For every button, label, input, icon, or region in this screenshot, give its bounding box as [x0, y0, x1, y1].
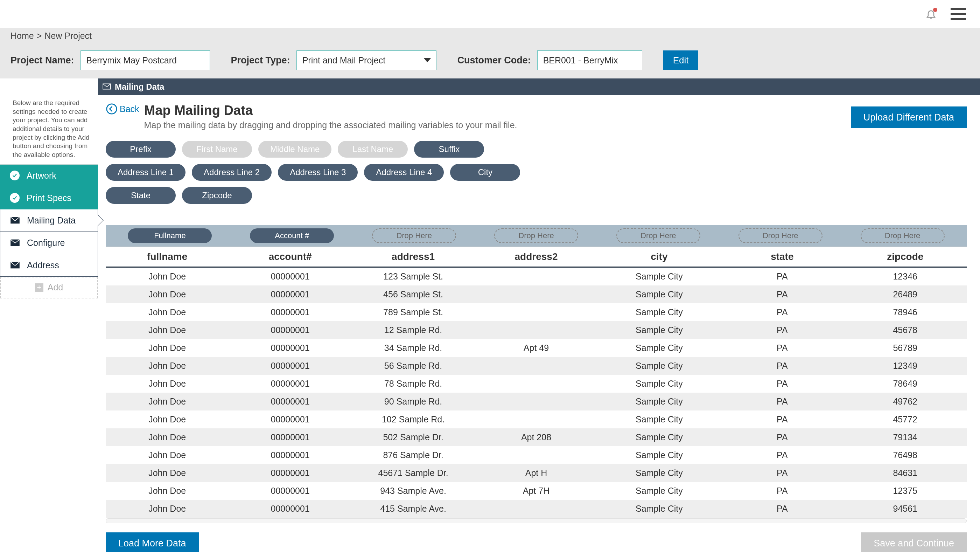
page-subtitle: Map the mailing data by dragging and dro… [144, 120, 517, 130]
project-type-label: Project Type: [231, 55, 290, 66]
drop-target[interactable]: Drop Here [616, 228, 700, 243]
hamburger-menu-icon[interactable] [951, 8, 966, 20]
project-type-select[interactable]: Print and Mail Project [296, 50, 436, 70]
sidebar-item-print-specs[interactable]: Print Specs [0, 187, 98, 209]
table-cell: 56789 [844, 343, 967, 353]
table-cell: John Doe [106, 468, 229, 478]
table-cell: Sample City [598, 271, 721, 282]
table-row: John Doe0000000190 Sample Rd.Sample City… [106, 392, 967, 410]
table-cell: PA [721, 361, 843, 371]
table-cell: 76498 [844, 450, 967, 460]
column-header-fullname: fullname [106, 247, 229, 266]
envelope-icon [102, 81, 111, 93]
column-header-city: city [598, 247, 721, 266]
table-cell: 00000001 [229, 343, 352, 353]
breadcrumb: Home > New Project [0, 28, 980, 43]
table-cell: PA [721, 432, 843, 442]
back-link[interactable]: Back [106, 103, 139, 115]
save-and-continue-button[interactable]: Save and Continue [861, 532, 967, 552]
mapping-slot[interactable]: Drop Here [355, 228, 474, 243]
table-row: John Doe00000001876 Sample Dr.Sample Cit… [106, 446, 967, 464]
envelope-icon [10, 215, 20, 225]
table-cell: 45772 [844, 414, 967, 424]
table-cell: Sample City [598, 361, 721, 371]
mapping-slot[interactable]: Drop Here [599, 228, 718, 243]
upload-different-data-button[interactable]: Upload Different Data [851, 107, 967, 128]
table-cell: 123 Sample St. [352, 271, 475, 282]
mapping-slot[interactable]: Drop Here [477, 228, 596, 243]
section-header-title: Mailing Data [115, 82, 164, 92]
load-more-data-button[interactable]: Load More Data [106, 532, 199, 552]
drop-target[interactable]: Drop Here [738, 228, 822, 243]
table-cell: John Doe [106, 504, 229, 514]
table-cell: John Doe [106, 396, 229, 407]
breadcrumb-home-link[interactable]: Home [11, 31, 34, 41]
topbar [0, 0, 980, 28]
table-cell: PA [721, 325, 843, 335]
data-rows: John Doe00000001123 Sample St.Sample Cit… [106, 268, 967, 518]
table-cell: 34 Sample Rd. [352, 343, 475, 353]
table-cell: 00000001 [229, 325, 352, 335]
table-cell: 102 Sample Rd. [352, 414, 475, 424]
sidebar-item-mailing-data[interactable]: Mailing Data [0, 209, 98, 232]
data-header-row: fullnameaccount#address1address2citystat… [106, 247, 967, 268]
table-cell: PA [721, 414, 843, 424]
sidebar-add-button[interactable]: + Add [0, 277, 98, 298]
table-cell: Sample City [598, 307, 721, 317]
table-cell: 56 Sample Rd. [352, 361, 475, 371]
table-cell: Apt 7H [475, 486, 597, 496]
mapping-slot[interactable]: Fullname [111, 228, 229, 243]
mapping-slot[interactable]: Drop Here [843, 228, 962, 243]
breadcrumb-separator: > [37, 31, 42, 41]
table-cell: 456 Sample St. [352, 289, 475, 300]
drop-target[interactable]: Drop Here [494, 228, 578, 243]
drop-target[interactable]: Drop Here [372, 228, 456, 243]
table-cell: 00000001 [229, 468, 352, 478]
table-cell: 90 Sample Rd. [352, 396, 475, 407]
table-cell: Sample City [598, 289, 721, 300]
variable-pill-state[interactable]: State [106, 187, 176, 204]
variable-pill-middle-name: Middle Name [258, 141, 331, 158]
notification-bell-icon[interactable] [925, 8, 937, 20]
variable-pill-address-line-3[interactable]: Address Line 3 [278, 164, 358, 181]
mapping-header-row: FullnameAccount #Drop HereDrop HereDrop … [106, 225, 967, 247]
mapping-slot[interactable]: Drop Here [721, 228, 840, 243]
project-name-input[interactable] [81, 50, 210, 70]
sidebar-item-address[interactable]: Address [0, 254, 98, 277]
table-cell: 94561 [844, 504, 967, 514]
variable-pill-city[interactable]: City [450, 164, 520, 181]
customer-code-input[interactable] [537, 50, 642, 70]
table-cell: John Doe [106, 379, 229, 389]
table-row: John Doe00000001456 Sample St.Sample Cit… [106, 286, 967, 303]
variable-pill-address-line-4[interactable]: Address Line 4 [364, 164, 444, 181]
table-cell: 00000001 [229, 450, 352, 460]
horizontal-scrollbar[interactable] [106, 518, 967, 523]
mapped-pill-account-[interactable]: Account # [250, 228, 334, 243]
variable-pill-address-line-1[interactable]: Address Line 1 [106, 164, 186, 181]
edit-button[interactable]: Edit [663, 50, 698, 70]
table-cell: Sample City [598, 325, 721, 335]
table-cell: Sample City [598, 504, 721, 514]
drop-target[interactable]: Drop Here [861, 228, 945, 243]
sidebar-add-label: Add [48, 282, 63, 292]
table-cell: Sample City [598, 486, 721, 496]
table-cell: 502 Sample Dr. [352, 432, 475, 442]
table-row: John Doe0000000112 Sample Rd.Sample City… [106, 321, 967, 339]
table-row: John Doe0000000178 Sample Rd.Sample City… [106, 375, 967, 392]
table-cell: John Doe [106, 450, 229, 460]
sidebar-item-label: Artwork [27, 171, 56, 181]
table-cell: John Doe [106, 361, 229, 371]
variable-pill-address-line-2[interactable]: Address Line 2 [192, 164, 272, 181]
variable-pill-zipcode[interactable]: Zipcode [182, 187, 252, 204]
mapping-slot[interactable]: Account # [233, 228, 352, 243]
sidebar: Below are the required settings needed t… [0, 95, 98, 552]
table-cell: PA [721, 504, 843, 514]
project-name-group: Project Name: [11, 50, 210, 70]
mapped-pill-fullname[interactable]: Fullname [128, 228, 212, 243]
table-cell: 00000001 [229, 432, 352, 442]
variable-pill-suffix[interactable]: Suffix [414, 141, 484, 158]
sidebar-item-artwork[interactable]: Artwork [0, 164, 98, 187]
variable-pill-prefix[interactable]: Prefix [106, 141, 176, 158]
sidebar-item-configure[interactable]: Configure [0, 232, 98, 254]
sidebar-item-label: Print Specs [27, 193, 72, 203]
